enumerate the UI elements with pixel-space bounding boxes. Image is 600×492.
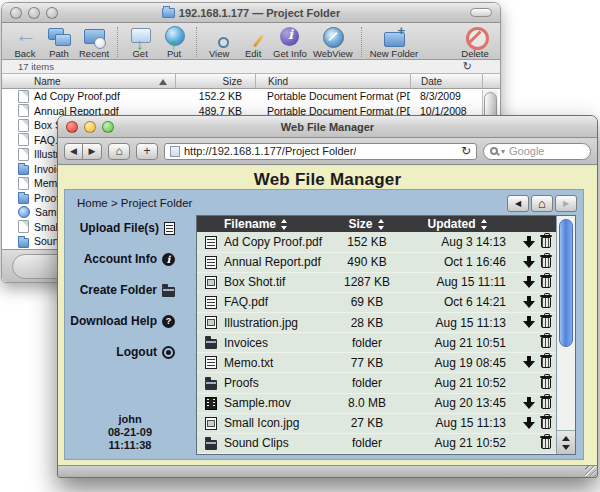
table-scrollbar-thumb[interactable]	[559, 219, 573, 347]
download-icon[interactable]	[522, 256, 535, 269]
file-row[interactable]: Annual Report.pdf 490 KB Oct 1 16:46	[197, 253, 556, 273]
sidebar-link-label[interactable]: Logout	[116, 345, 157, 359]
search-options-caret[interactable]: ▾	[501, 147, 505, 156]
table-scrollbar[interactable]	[556, 216, 575, 454]
column-header-size[interactable]: Size	[175, 74, 255, 88]
refresh-icon[interactable]: ↻	[463, 60, 472, 73]
file-name-link[interactable]: Annual Report.pdf	[224, 255, 330, 269]
toolbar-button[interactable]: Back	[8, 25, 42, 59]
header-updated[interactable]: Updated	[404, 217, 512, 231]
close-button[interactable]	[66, 121, 78, 133]
trash-icon[interactable]	[541, 237, 551, 248]
toolbar-button[interactable]: Get Info	[270, 25, 310, 59]
file-row[interactable]: Memo.txt 77 KB Aug 19 08:45	[197, 353, 556, 373]
trash-icon[interactable]	[541, 418, 551, 429]
file-name-link[interactable]: FAQ.pdf	[224, 295, 330, 309]
file-name-link[interactable]: Ad Copy Proof.pdf	[224, 235, 330, 249]
file-row[interactable]: FAQ.pdf 69 KB Oct 6 14:21	[197, 293, 556, 313]
trash-icon[interactable]	[541, 378, 551, 389]
file-name-link[interactable]: Illustration.jpg	[224, 316, 330, 330]
scroll-up-arrow[interactable]	[562, 436, 570, 441]
toolbar-button[interactable]: View	[202, 25, 236, 59]
zoom-button[interactable]	[102, 121, 114, 133]
file-row[interactable]: Ad Copy Proof.pdf 152 KB Aug 3 14:13	[197, 232, 556, 252]
download-icon[interactable]	[522, 316, 535, 329]
toolbar-button[interactable]	[361, 27, 362, 57]
header-size[interactable]: Size	[330, 217, 404, 231]
finder-file-row[interactable]: Ad Copy Proof.pdf 152.2 KB Portable Docu…	[2, 89, 500, 104]
file-name-link[interactable]: Proofs	[224, 376, 330, 390]
scroll-down-arrow[interactable]	[562, 445, 570, 450]
resize-grip[interactable]	[585, 466, 596, 476]
sidebar-link[interactable]: Create Folder	[65, 283, 175, 297]
address-bar[interactable]: http://192.168.1.177/Project Folder/ ↻	[164, 143, 477, 160]
column-header-date[interactable]: Date	[410, 74, 482, 88]
file-name-link[interactable]: Invoices	[224, 336, 330, 350]
toolbar-button[interactable]: Path	[42, 25, 76, 59]
column-header-name[interactable]: Name	[2, 74, 175, 88]
minimize-button[interactable]	[84, 121, 96, 133]
trash-icon[interactable]	[541, 257, 551, 268]
sidebar-link[interactable]: Logout	[65, 345, 175, 359]
file-name-link[interactable]: Sound Clips	[224, 436, 330, 450]
file-row[interactable]: Sound Clips folder Aug 21 10:52	[197, 434, 556, 454]
back-button[interactable]: ◀	[64, 143, 83, 160]
sidebar-link-label[interactable]: Create Folder	[80, 283, 157, 297]
download-icon[interactable]	[522, 397, 535, 410]
file-name-link[interactable]: Small Icon.jpg	[224, 416, 330, 430]
trash-icon[interactable]	[541, 297, 551, 308]
sidebar-link[interactable]: Download Help	[65, 314, 175, 328]
minimize-button[interactable]	[28, 7, 40, 19]
forward-button[interactable]: ▶	[83, 143, 102, 160]
trash-icon[interactable]	[541, 398, 551, 409]
download-icon[interactable]	[522, 296, 535, 309]
close-button[interactable]	[10, 7, 22, 19]
panel-home-button[interactable]	[531, 195, 553, 212]
trash-icon[interactable]	[541, 337, 551, 348]
url-text[interactable]: http://192.168.1.177/Project Folder/	[184, 145, 356, 157]
download-icon[interactable]	[522, 236, 535, 249]
download-icon[interactable]	[522, 356, 535, 369]
header-filename[interactable]: Filename	[197, 217, 330, 231]
home-button[interactable]: ⌂	[108, 143, 130, 160]
file-row[interactable]: Invoices folder Aug 21 10:51	[197, 333, 556, 353]
browser-titlebar[interactable]: Web File Manager	[58, 116, 597, 138]
search-field[interactable]: ▾ Google	[483, 143, 591, 160]
toolbar-button[interactable]	[196, 27, 197, 57]
sidebar-link-label[interactable]: Download Help	[70, 314, 157, 328]
trash-icon[interactable]	[541, 277, 551, 288]
panel-back-button[interactable]	[507, 195, 529, 212]
file-name-link[interactable]: Memo.txt	[224, 356, 330, 370]
trash-icon[interactable]	[541, 317, 551, 328]
toolbar-button[interactable]: New Folder	[367, 25, 422, 59]
sidebar-link-label[interactable]: Upload File(s)	[80, 221, 159, 235]
toolbar-button[interactable]: Get	[123, 25, 157, 59]
file-row[interactable]: Sample.mov 8.0 MB Aug 20 13:45	[197, 394, 556, 414]
column-header-kind[interactable]: Kind	[255, 74, 410, 88]
trash-icon[interactable]	[541, 438, 551, 449]
finder-titlebar[interactable]: 192.168.1.177 — Project Folder	[2, 3, 500, 23]
sidebar-link-label[interactable]: Account Info	[84, 252, 157, 266]
download-icon[interactable]	[522, 276, 535, 289]
toolbar-button[interactable]: Edit	[236, 25, 270, 59]
file-row[interactable]: Small Icon.jpg 27 KB Aug 15 11:13	[197, 414, 556, 434]
file-name-link[interactable]: Sample.mov	[224, 396, 330, 410]
toolbar-button[interactable]	[117, 27, 118, 57]
toolbar-toggle-button[interactable]	[470, 8, 492, 17]
file-row[interactable]: Proofs folder Aug 21 10:52	[197, 373, 556, 393]
sidebar-link[interactable]: Upload File(s)	[65, 221, 175, 235]
file-row[interactable]: Illustration.jpg 28 KB Aug 15 11:13	[197, 313, 556, 333]
file-row[interactable]: Box Shot.tif 1287 KB Aug 15 11:11	[197, 273, 556, 293]
toolbar-button[interactable]: Delete	[458, 25, 492, 59]
add-bookmark-button[interactable]: +	[136, 143, 158, 160]
trash-icon[interactable]	[541, 357, 551, 368]
toolbar-button[interactable]: WebView	[310, 25, 356, 59]
toolbar-button[interactable]: Put	[157, 25, 191, 59]
zoom-button[interactable]	[46, 7, 58, 19]
reload-icon[interactable]: ↻	[461, 144, 471, 158]
sidebar-link[interactable]: Account Info	[65, 252, 175, 266]
file-name-link[interactable]: Box Shot.tif	[224, 275, 330, 289]
toolbar-button[interactable]: Recent	[76, 25, 112, 59]
search-placeholder[interactable]: Google	[509, 145, 544, 157]
breadcrumb-home-link[interactable]: Home	[77, 197, 108, 209]
